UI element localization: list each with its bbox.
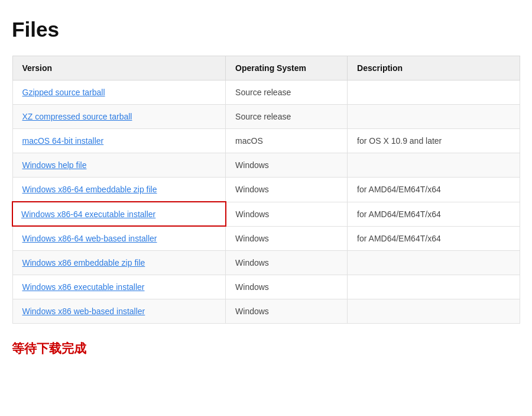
version-cell[interactable]: Windows x86-64 embeddable zip file (12, 178, 226, 202)
version-cell[interactable]: Windows x86 executable installer (12, 275, 226, 299)
page-title: Files (12, 18, 520, 41)
version-cell[interactable]: Windows x86 web-based installer (12, 299, 226, 324)
description-cell: for AMD64/EM64T/x64 (348, 202, 520, 226)
version-cell[interactable]: Windows x86-64 web-based installer (12, 226, 226, 251)
version-link[interactable]: Gzipped source tarball (22, 88, 105, 97)
version-link[interactable]: XZ compressed source tarball (22, 112, 132, 121)
version-link[interactable]: Windows x86-64 embeddable zip file (22, 185, 157, 194)
version-link[interactable]: Windows help file (22, 160, 87, 170)
description-cell (348, 251, 520, 275)
os-cell: Windows (226, 251, 348, 275)
description-cell (348, 275, 520, 299)
version-cell[interactable]: Windows x86 embeddable zip file (12, 251, 226, 275)
table-row: Windows x86-64 executable installerWindo… (12, 202, 520, 226)
header-description: Description (348, 56, 520, 80)
os-cell: Source release (226, 105, 348, 129)
version-link[interactable]: Windows x86 executable installer (22, 282, 145, 292)
description-cell: for AMD64/EM64T/x64 (348, 178, 520, 202)
os-cell: Windows (226, 202, 348, 226)
table-row: Windows help fileWindows (12, 153, 520, 178)
version-cell[interactable]: XZ compressed source tarball (12, 105, 226, 129)
version-link[interactable]: Windows x86 web-based installer (22, 307, 145, 316)
os-cell: Windows (226, 153, 348, 178)
table-header-row: Version Operating System Description (12, 56, 520, 80)
os-cell: Windows (226, 299, 348, 324)
os-cell: Windows (226, 178, 348, 202)
header-version: Version (12, 56, 226, 80)
table-row: Windows x86-64 web-based installerWindow… (12, 226, 520, 251)
version-link[interactable]: Windows x86 embeddable zip file (22, 258, 145, 267)
os-cell: macOS (226, 129, 348, 153)
table-row: Windows x86 web-based installerWindows (12, 299, 520, 324)
description-cell (348, 80, 520, 105)
status-text: 等待下载完成 (12, 340, 520, 357)
table-row: macOS 64-bit installermacOSfor OS X 10.9… (12, 129, 520, 153)
header-os: Operating System (226, 56, 348, 80)
version-link[interactable]: macOS 64-bit installer (22, 136, 104, 146)
description-cell (348, 105, 520, 129)
version-cell[interactable]: Windows x86-64 executable installer (12, 202, 226, 226)
version-link[interactable]: Windows x86-64 executable installer (21, 209, 155, 219)
version-cell[interactable]: Windows help file (12, 153, 226, 178)
table-row: Windows x86 executable installerWindows (12, 275, 520, 299)
os-cell: Source release (226, 80, 348, 105)
table-row: Gzipped source tarballSource release (12, 80, 520, 105)
table-row: Windows x86 embeddable zip fileWindows (12, 251, 520, 275)
description-cell: for OS X 10.9 and later (348, 129, 520, 153)
table-row: Windows x86-64 embeddable zip fileWindow… (12, 178, 520, 202)
version-cell[interactable]: macOS 64-bit installer (12, 129, 226, 153)
os-cell: Windows (226, 275, 348, 299)
description-cell (348, 153, 520, 178)
files-table: Version Operating System Description Gzi… (12, 56, 520, 324)
table-row: XZ compressed source tarballSource relea… (12, 105, 520, 129)
os-cell: Windows (226, 226, 348, 251)
description-cell: for AMD64/EM64T/x64 (348, 226, 520, 251)
version-cell[interactable]: Gzipped source tarball (12, 80, 226, 105)
version-link[interactable]: Windows x86-64 web-based installer (22, 234, 157, 243)
description-cell (348, 299, 520, 324)
